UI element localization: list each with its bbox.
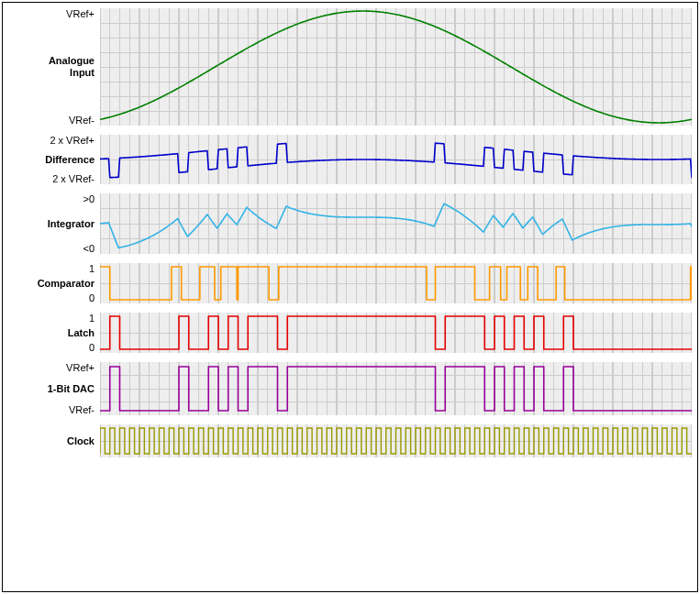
panel-clock: Clock	[8, 424, 692, 457]
labels-latch: 1Latch0	[8, 313, 100, 353]
plot-dac	[100, 362, 692, 415]
ylabel-top: 1	[8, 263, 94, 274]
plot-latch	[100, 313, 692, 353]
diagram-frame: VRef+AnalogueInputVRef-2 x VRef+Differen…	[2, 2, 698, 592]
plot-analogue	[100, 8, 692, 126]
panels-container: VRef+AnalogueInputVRef-2 x VRef+Differen…	[8, 8, 692, 457]
plot-integrator	[100, 193, 692, 254]
ylabel-top: >0	[8, 193, 94, 204]
labels-dac: VRef+1-Bit DACVRef-	[8, 362, 100, 415]
ylabel-bot: 0	[8, 342, 94, 353]
panel-integrator: >0Integrator<0	[8, 193, 692, 254]
labels-difference: 2 x VRef+Difference2 x VRef-	[8, 135, 100, 184]
ylabel-bot: <0	[8, 243, 94, 254]
panel-title: 1-Bit DAC	[48, 383, 94, 395]
panel-comparator: 1Comparator0	[8, 263, 692, 303]
panel-title: Integrator	[48, 218, 94, 230]
ylabel-top: 2 x VRef+	[8, 135, 94, 146]
ylabel-bot: 0	[8, 292, 94, 303]
ylabel-top: 1	[8, 313, 94, 324]
plot-clock	[100, 424, 692, 457]
panel-latch: 1Latch0	[8, 313, 692, 353]
plot-difference	[100, 135, 692, 184]
labels-clock: Clock	[8, 424, 100, 457]
ylabel-top: VRef+	[8, 362, 94, 373]
panel-title: Comparator	[38, 278, 94, 290]
labels-comparator: 1Comparator0	[8, 263, 100, 303]
ylabel-bot: VRef-	[8, 404, 94, 415]
ylabel-top: VRef+	[8, 8, 94, 19]
panel-title: Difference	[45, 154, 94, 166]
panel-analogue: VRef+AnalogueInputVRef-	[8, 8, 692, 126]
ylabel-bot: VRef-	[8, 115, 94, 126]
panel-title: Latch	[68, 327, 94, 339]
panel-difference: 2 x VRef+Difference2 x VRef-	[8, 135, 692, 184]
labels-analogue: VRef+AnalogueInputVRef-	[8, 8, 100, 126]
panel-title: AnalogueInput	[49, 55, 94, 78]
panel-title: Clock	[67, 435, 94, 447]
plot-comparator	[100, 263, 692, 303]
panel-dac: VRef+1-Bit DACVRef-	[8, 362, 692, 415]
labels-integrator: >0Integrator<0	[8, 193, 100, 254]
ylabel-bot: 2 x VRef-	[8, 173, 94, 184]
